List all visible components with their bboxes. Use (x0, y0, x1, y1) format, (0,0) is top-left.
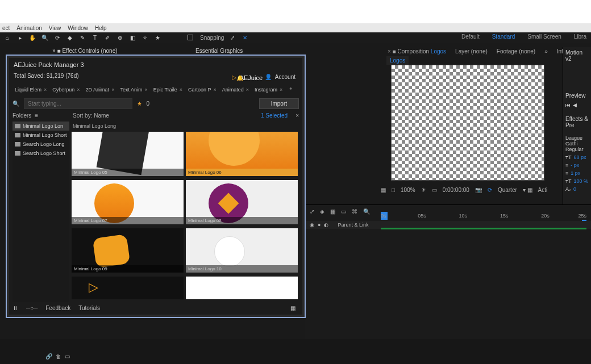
pen-tool-icon[interactable]: ✎ (78, 34, 86, 41)
more-tabs-icon[interactable]: » (541, 47, 551, 56)
menu-item[interactable]: ect (2, 25, 10, 31)
preset-thumb[interactable]: Minimal Logo 10 (186, 228, 298, 273)
prev-frame-icon[interactable]: ◀ (573, 102, 577, 108)
tracking-value[interactable]: 0 (573, 186, 576, 192)
search-input[interactable] (24, 98, 132, 109)
preset-thumb[interactable]: Minimal Logo 05 (72, 132, 184, 176)
font-size-value[interactable]: 68 px (574, 154, 586, 160)
menu-item[interactable]: Help (95, 25, 107, 31)
workspace-default[interactable]: Default (461, 34, 480, 40)
slider-icon[interactable]: ─○─ (26, 305, 38, 311)
zoom-value[interactable]: 100% (401, 187, 415, 193)
layer-tab[interactable]: Layer (none) (452, 47, 491, 56)
link-icon[interactable]: 🔗 (45, 353, 52, 359)
type-tool-icon[interactable]: T (91, 34, 99, 41)
pack-tab[interactable]: Cartoon P× (186, 86, 219, 94)
workspace-standard[interactable]: Standard (492, 34, 515, 40)
snapping-checkbox[interactable] (188, 35, 193, 40)
stroke-value[interactable]: - px (571, 162, 579, 168)
hand-tool-icon[interactable]: ✋ (28, 34, 36, 41)
workspace-libraries[interactable]: Libra (574, 34, 586, 40)
preset-thumb[interactable]: Minimal Logo 06 (186, 132, 298, 176)
lock-icon[interactable]: ● (318, 222, 321, 228)
font-weight[interactable]: Regular (565, 147, 589, 152)
snap-opt1-icon[interactable]: ⤢ (228, 34, 236, 41)
menu-item[interactable]: Window (68, 25, 88, 31)
rotate-tool-icon[interactable]: ⟳ (53, 34, 61, 41)
menu-item[interactable]: Animation (16, 25, 41, 31)
composition-tab[interactable]: × ■ Composition Logos (381, 47, 450, 56)
leading-value[interactable]: 1 px (571, 170, 580, 176)
selection-tool-icon[interactable]: ▸ (16, 34, 24, 41)
brush-tool-icon[interactable]: ✐ (103, 34, 111, 41)
eraser-tool-icon[interactable]: ◧ (128, 34, 136, 41)
tl-btn-icon[interactable]: ▭ (341, 208, 346, 215)
notifications-icon[interactable]: 🔔 (236, 75, 243, 81)
pack-tab[interactable]: Epic Traile× (151, 86, 185, 94)
grid-icon[interactable]: ▦ (381, 187, 386, 193)
scale-value[interactable]: 100 % (574, 178, 589, 184)
motion-panel-tab[interactable]: Motion v2 (565, 49, 589, 62)
preset-thumb[interactable]: Minimal Logo 08 (186, 180, 298, 224)
zoom-tool-icon[interactable]: 🔍 (41, 34, 49, 41)
favorites-icon[interactable]: ★ (137, 101, 142, 107)
active-camera[interactable]: Acti (538, 187, 548, 193)
essential-graphics-tab[interactable]: Essential Graphics (195, 48, 243, 54)
footage-tab[interactable]: Footage (none) (493, 47, 539, 56)
folder-item[interactable]: Search Logo Long (13, 140, 69, 149)
pack-tab[interactable]: Instagram× (252, 86, 285, 94)
effect-controls-tab[interactable]: × ■ Effect Controls (none) (52, 48, 118, 54)
composition-viewer[interactable] (391, 65, 544, 181)
tl-btn-icon[interactable]: ◈ (320, 208, 324, 215)
font-family[interactable]: League Gothi (565, 135, 589, 147)
shape-tool-icon[interactable]: ◆ (66, 34, 74, 41)
comp-icon[interactable]: ▭ (65, 353, 70, 359)
pack-tab[interactable]: Text Anim× (118, 86, 149, 94)
snapshot-icon[interactable]: 📷 (475, 187, 482, 193)
preset-thumb[interactable]: Minimal Logo 09 (72, 228, 184, 273)
account-button[interactable]: 👤Account (265, 74, 296, 80)
folder-item[interactable]: Search Logo Short (13, 149, 69, 158)
pause-icon[interactable]: ⏸ (13, 305, 18, 311)
exposure-icon[interactable]: ☀ (421, 187, 426, 193)
view-opts-icon[interactable]: ▾ ▦ (523, 187, 532, 193)
tl-btn-icon[interactable]: ⌘ (352, 208, 357, 215)
channel-icon[interactable]: □ (392, 187, 395, 193)
effects-panel-tab[interactable]: Effects & Pre (565, 116, 589, 128)
time-display[interactable]: 0:00:00:00 (443, 187, 469, 193)
roto-tool-icon[interactable]: ✧ (141, 34, 149, 41)
preset-thumb[interactable]: ▷ (72, 277, 184, 299)
preview-panel-tab[interactable]: Preview (565, 93, 589, 99)
logos-subtab[interactable]: Logos (386, 56, 409, 65)
bin-icon[interactable]: 🗑 (56, 353, 61, 359)
sort-label[interactable]: Sort by: Name (73, 112, 109, 119)
add-tab-button[interactable]: + (286, 86, 296, 94)
pack-tab[interactable]: Liquid Elem× (13, 86, 49, 94)
folder-item[interactable]: Minimal Logo Lon (13, 122, 69, 131)
puppet-tool-icon[interactable]: ★ (153, 34, 161, 41)
tl-btn-icon[interactable]: 🔍 (363, 208, 370, 215)
pack-tab[interactable]: Animated× (220, 86, 251, 94)
eye-icon[interactable]: ◉ (310, 222, 314, 228)
first-frame-icon[interactable]: ⏮ (565, 102, 571, 108)
folder-item[interactable]: Minimal Logo Short (13, 131, 69, 140)
mask-icon[interactable]: ▭ (432, 187, 437, 193)
pack-tab[interactable]: Cyberpun× (50, 86, 82, 94)
import-button[interactable]: Import (259, 98, 299, 109)
pack-tab[interactable]: 2D Animat× (84, 86, 117, 94)
list-view-icon[interactable]: ≡ (35, 112, 38, 119)
menu-item[interactable]: View (49, 25, 61, 31)
preset-thumb[interactable]: Minimal Logo 07 (72, 180, 184, 224)
snap-opt2-icon[interactable]: ✕ (241, 34, 249, 41)
preset-thumb[interactable] (186, 277, 298, 299)
shy-icon[interactable]: ◐ (324, 222, 328, 228)
clone-tool-icon[interactable]: ⊕ (116, 34, 124, 41)
time-ruler[interactable]: 0s 05s 10s 15s 20s 25s (381, 213, 586, 221)
refresh-icon[interactable]: ⟳ (488, 187, 492, 193)
tl-btn-icon[interactable]: ⤢ (310, 208, 314, 215)
feedback-link[interactable]: Feedback (45, 305, 70, 311)
home-icon[interactable]: ⌂ (3, 34, 11, 41)
quality-dropdown[interactable]: Quarter (498, 187, 517, 193)
tutorials-link[interactable]: Tutorials (78, 305, 100, 311)
grid-view-icon[interactable]: ▦ (290, 305, 294, 311)
